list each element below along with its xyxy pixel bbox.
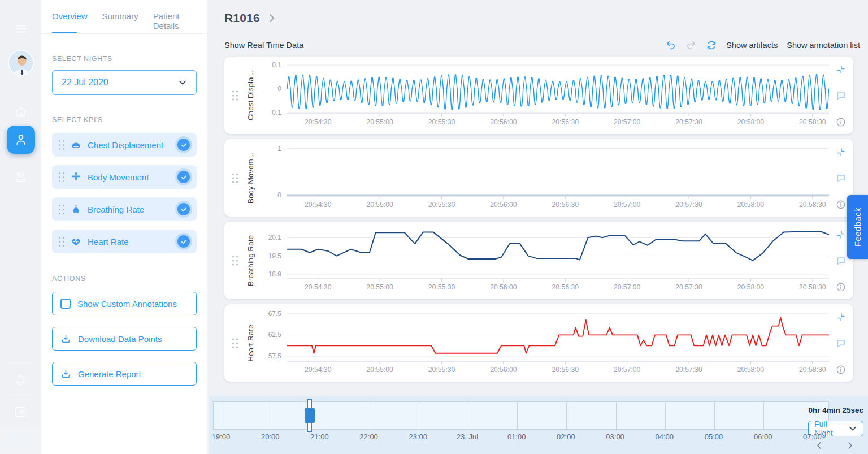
chart-ylabel-body-movement: Body Movem... [246, 152, 255, 203]
feedback-button[interactable]: Feedback [847, 195, 868, 259]
logout-icon [14, 405, 28, 419]
action-label: Generate Report [78, 369, 141, 379]
drag-handle-icon[interactable] [232, 338, 238, 348]
show-realtime-link[interactable]: Show Real Time Data [224, 41, 303, 50]
timeline-hour-label: 22:00 [359, 433, 378, 441]
actions-list: Show Custom AnnotationsDownload Data Poi… [52, 292, 197, 397]
chest-icon [70, 139, 82, 151]
timeline-hour-label: 19:00 [212, 433, 231, 441]
kpi-body-movement[interactable]: Body Movement [52, 165, 197, 189]
svg-text:20:58:00: 20:58:00 [737, 366, 765, 374]
chart-card-body-movement: Body Movem... 1020:54:3020:55:0020:55:30… [224, 139, 853, 217]
chart-plot-body-movement[interactable]: 1020:54:3020:55:0020:55:3020:56:0020:56:… [224, 139, 853, 217]
svg-text:20:55:30: 20:55:30 [428, 201, 455, 209]
drag-handle-icon[interactable] [59, 140, 64, 150]
chart-card-chest-displacement: Chest Displa... 0.10-0.120:54:3020:55:00… [224, 57, 853, 134]
resize-axes-icon[interactable] [836, 147, 846, 157]
sidebar-item-more[interactable] [0, 344, 41, 364]
resize-axes-icon[interactable] [836, 230, 846, 240]
chart-icon-column [833, 222, 849, 299]
svg-text:20:58:30: 20:58:30 [799, 283, 826, 291]
actions-label: ACTIONS [52, 275, 86, 283]
svg-text:20:54:30: 20:54:30 [305, 201, 332, 209]
chart-icon-column [833, 57, 849, 134]
undo-icon[interactable] [665, 40, 676, 51]
timeline-hour-label: 21:00 [310, 433, 329, 441]
kpi-heart-rate[interactable]: Heart Rate [52, 230, 197, 253]
kpi-checked-icon[interactable] [177, 171, 190, 183]
kpi-label: Heart Rate [88, 237, 177, 247]
info-icon[interactable] [836, 117, 846, 127]
kpi-label: Body Movement [88, 172, 177, 182]
sidebar-item-notifications[interactable] [0, 370, 41, 390]
show-annotation-list-link[interactable]: Show annotation list [787, 41, 860, 50]
sidebar-item-history[interactable] [0, 164, 41, 190]
sidebar-item-home[interactable] [0, 99, 41, 125]
night-select-value: 22 Jul 2020 [62, 77, 108, 88]
kpi-checked-icon[interactable] [177, 139, 190, 151]
action-show-custom-annotations[interactable]: Show Custom Annotations [52, 292, 197, 315]
kpi-checked-icon[interactable] [177, 235, 190, 248]
sidebar-item-profile[interactable] [0, 50, 41, 76]
svg-text:19.5: 19.5 [268, 252, 282, 260]
action-download-data-points[interactable]: Download Data Points [52, 327, 197, 351]
resize-axes-icon[interactable] [836, 312, 846, 322]
kpi-breathing-rate[interactable]: Breathing Rate [52, 197, 197, 221]
download-icon [60, 334, 71, 344]
comment-icon[interactable] [836, 256, 847, 266]
redo-icon[interactable] [685, 40, 697, 51]
sidebar-item-logout[interactable] [0, 401, 41, 422]
panel-tabs: OverviewSummaryPatient Details [41, 0, 207, 34]
chart-plot-chest-displacement[interactable]: 0.10-0.120:54:3020:55:0020:55:3020:56:00… [224, 57, 853, 134]
chevron-down-icon [847, 423, 858, 434]
sidebar-item-menu[interactable] [0, 16, 41, 42]
svg-text:18.9: 18.9 [268, 270, 282, 278]
tab-overview[interactable]: Overview [52, 11, 88, 33]
svg-text:20:58:30: 20:58:30 [799, 118, 826, 126]
drag-handle-icon[interactable] [59, 172, 64, 182]
kpi-checked-icon[interactable] [177, 203, 190, 215]
timeline-slider-handle[interactable] [305, 399, 315, 432]
chart-plot-breathing-rate[interactable]: 20.119.518.920:54:3020:55:0020:55:3020:5… [224, 222, 853, 299]
svg-text:20:57:00: 20:57:00 [614, 118, 641, 126]
comment-icon[interactable] [836, 90, 847, 101]
timeline-prev-button[interactable] [814, 440, 825, 451]
download-icon [60, 369, 71, 379]
svg-text:20:57:00: 20:57:00 [614, 366, 641, 374]
comment-icon[interactable] [836, 338, 847, 349]
svg-text:20:58:30: 20:58:30 [799, 201, 826, 209]
info-icon[interactable] [836, 200, 846, 210]
svg-text:20:57:30: 20:57:30 [675, 366, 702, 374]
left-panel: OverviewSummaryPatient Details SELECT NI… [41, 0, 207, 454]
refresh-icon[interactable] [706, 40, 717, 51]
slider-knob [305, 408, 315, 423]
chart-card-heart-rate: Heart Rate 67.562.557.520:54:3020:55:002… [224, 304, 853, 382]
patient-header: R1016 [224, 9, 860, 27]
drag-handle-icon[interactable] [232, 173, 238, 183]
custom-annotations-checkbox[interactable] [60, 299, 71, 309]
drag-handle-icon[interactable] [59, 205, 64, 214]
heart-icon [70, 236, 82, 248]
drag-handle-icon[interactable] [232, 90, 238, 100]
info-icon[interactable] [836, 365, 846, 375]
chevron-right-icon[interactable] [266, 12, 278, 24]
chart-plot-heart-rate[interactable]: 67.562.557.520:54:3020:55:0020:55:3020:5… [224, 304, 853, 382]
night-select-dropdown[interactable]: 22 Jul 2020 [52, 70, 197, 95]
svg-text:20:56:00: 20:56:00 [490, 283, 517, 291]
timeline-next-button[interactable] [844, 440, 856, 451]
svg-text:20:58:30: 20:58:30 [799, 366, 826, 374]
tab-patient-details[interactable]: Patient Details [153, 11, 207, 33]
info-icon[interactable] [836, 282, 846, 292]
comment-icon[interactable] [836, 173, 847, 184]
kpi-chest-displacement[interactable]: Chest Displacement [52, 133, 197, 157]
sidebar-item-patients-active[interactable] [7, 126, 35, 154]
svg-text:20:56:30: 20:56:30 [552, 118, 579, 126]
kpi-label: Breathing Rate [88, 205, 177, 214]
tab-summary[interactable]: Summary [102, 11, 138, 33]
drag-handle-icon[interactable] [59, 237, 64, 247]
show-artifacts-link[interactable]: Show artifacts [726, 41, 778, 50]
action-generate-report[interactable]: Generate Report [52, 362, 197, 386]
svg-text:20:56:30: 20:56:30 [552, 366, 579, 374]
resize-axes-icon[interactable] [836, 64, 846, 75]
drag-handle-icon[interactable] [232, 256, 238, 265]
